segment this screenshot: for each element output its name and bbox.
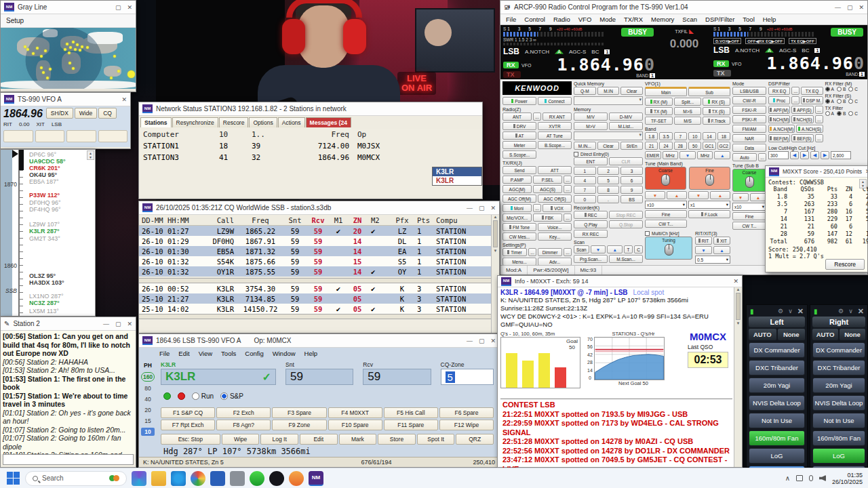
panel-button[interactable]: Q.Play — [574, 220, 608, 228]
panel-button[interactable]: Power — [502, 97, 536, 105]
dx-spot[interactable]: LX1NO 287° — [29, 293, 64, 300]
panel-button[interactable]: Meter — [502, 141, 536, 149]
panel-button[interactable]: RX (M) — [645, 98, 673, 106]
panel-button[interactable]: AGC Off(S) — [538, 195, 572, 203]
close-icon[interactable]: ✕ — [490, 205, 496, 211]
filter-option[interactable]: A — [825, 111, 834, 116]
panel-button[interactable]: Q-M — [574, 87, 596, 95]
menu-item[interactable]: VFO — [578, 16, 592, 23]
panel-button[interactable]: F4 M0XXT — [328, 407, 382, 418]
band-indicator[interactable]: 20 — [141, 406, 155, 414]
panel-button[interactable]: F6 Spare — [439, 407, 494, 418]
printer-icon[interactable] — [230, 471, 245, 486]
antenna-button[interactable]: 160m/80m Fan — [749, 430, 805, 446]
column-header[interactable]: DD-MM HH:MM — [139, 215, 197, 225]
dx-spot[interactable]: DF0HQ 96° — [29, 199, 61, 206]
leaf-app-icon[interactable] — [250, 471, 264, 486]
sub-coarse-tuning-mouse[interactable]: Coarse — [732, 169, 766, 192]
dx-spot[interactable]: P33W 112° — [29, 192, 60, 199]
panel-button[interactable]: PSK/-R — [732, 115, 766, 123]
minimize-icon[interactable]: — — [467, 205, 473, 211]
antenna-button[interactable]: LoG — [749, 448, 805, 464]
panel-button[interactable]: Proc — [768, 96, 790, 104]
auto-button[interactable]: AUTO — [812, 329, 838, 340]
panel-button[interactable]: ▲ — [710, 191, 730, 199]
panel-button[interactable]: GC1 — [703, 142, 715, 150]
panel-button[interactable]: ▼ — [732, 193, 749, 201]
dx-spot[interactable]: NC3Z 287° — [29, 300, 60, 306]
chevron-down-icon[interactable]: ∨ — [848, 308, 853, 314]
zone-field[interactable]: 5 — [441, 369, 494, 385]
panel-button[interactable]: 5 — [597, 176, 620, 184]
panel-button[interactable]: ... — [815, 115, 823, 123]
qso-history-row[interactable]: 25-10 14:02K3LR14150.725959✔05✔K3STATION — [139, 304, 491, 314]
dx-spot[interactable]: DF4HQ 96° — [29, 206, 61, 213]
panel-button[interactable]: Main — [645, 87, 687, 96]
column-header[interactable]: Pfx — [390, 215, 414, 225]
station-row[interactable]: STATION341321864.96M0MCX — [139, 152, 482, 163]
panel-button[interactable]: ... — [528, 248, 536, 256]
close-icon[interactable]: ✕ — [865, 168, 867, 175]
panel-button[interactable]: REC — [574, 211, 608, 219]
panel-button[interactable]: M/S — [674, 117, 702, 125]
maximize-icon[interactable]: ▢ — [847, 4, 853, 11]
auto-button[interactable]: AUTO — [749, 329, 776, 340]
panel-button[interactable]: CW/-R — [732, 96, 766, 104]
panel-button[interactable]: AGC Off(M) — [502, 195, 536, 203]
qso-row[interactable]: 26-10 01:32OY1R1875.55595914✔OY1STATION — [139, 266, 491, 277]
qso-row[interactable]: 26-10 01:30EB5A1871.32595914EA1STATION — [139, 246, 491, 256]
panel-button[interactable]: Fine — [732, 212, 766, 220]
panel-button[interactable]: Mark — [339, 434, 377, 445]
filter-option[interactable]: B — [837, 99, 846, 104]
antenna-button[interactable]: NVIS Delta Loop — [749, 395, 805, 411]
log-titlebar[interactable]: NM 26/10/2025 01:35:21Z CQ WorldWide SSB… — [139, 201, 499, 215]
panel-button[interactable]: ... — [758, 153, 766, 161]
band-indicator[interactable]: 160 — [141, 372, 155, 382]
bandmap-spinner[interactable]: ▲▼ — [87, 150, 94, 160]
antenna-button[interactable]: DX Commander — [749, 342, 805, 358]
qso-row[interactable]: 26-10 01:27LZ9W1865.225959✔20✔LZ1STATION — [139, 226, 491, 236]
panel-button[interactable]: BEF(M) — [768, 134, 790, 142]
panel-button[interactable]: 3 — [620, 167, 643, 175]
low-cut-up[interactable]: ▶ — [800, 151, 809, 159]
panel-button[interactable]: 9 — [620, 186, 643, 194]
column-header[interactable]: Op — [353, 129, 408, 140]
panel-button[interactable]: CW T... — [645, 220, 687, 228]
column-header[interactable]: Compu — [433, 215, 491, 225]
panel-button[interactable]: MHz — [697, 151, 713, 159]
qso-row[interactable]: 26-10 01:32S54K1875.66595915S51STATION — [139, 256, 491, 266]
dx-spot[interactable]: LX5M 113° — [29, 308, 59, 314]
panel-button[interactable]: TX EQ — [801, 87, 823, 95]
panel-button[interactable]: F.Lock — [688, 210, 730, 218]
x1-select[interactable]: x1▾ — [688, 201, 730, 209]
panel-button[interactable]: Clear — [597, 142, 620, 150]
h-scrollbar-bottom[interactable] — [139, 314, 491, 319]
close-icon[interactable]: ✕ — [859, 4, 864, 11]
self-spot[interactable]: CONTEST LSB — [502, 401, 730, 410]
copilot-icon[interactable] — [132, 471, 146, 486]
close-icon[interactable]: ✕ — [127, 321, 132, 327]
panel-button[interactable]: F7 Rpt Exch — [161, 420, 215, 430]
panel-button[interactable]: F11 Spare — [384, 420, 438, 430]
band-indicator[interactable]: 15 — [141, 417, 155, 425]
rcv-field[interactable]: 59 — [363, 369, 431, 385]
panel-button[interactable]: CQ — [98, 108, 117, 119]
menu-item[interactable]: View — [199, 350, 212, 357]
qso-history-row[interactable]: 26-10 00:52K3LR3754.305959✔05✔K3STATION — [139, 283, 491, 293]
panel-button[interactable]: Edit — [300, 434, 338, 445]
multich-tuning-mouse[interactable]: Tuning — [645, 237, 692, 260]
qso-history-row[interactable]: 25-10 21:27K3LR7134.85595905K3STATION — [139, 293, 491, 304]
panel-button[interactable]: F3 Spare — [272, 407, 326, 418]
minimize-icon[interactable]: — — [467, 338, 473, 344]
panel-button[interactable]: VOX — [542, 204, 572, 212]
display-icon[interactable] — [796, 475, 803, 481]
panel-button[interactable]: M.List... — [609, 122, 643, 130]
panel-button[interactable]: ... — [791, 96, 800, 104]
menu-item[interactable]: File — [159, 350, 170, 357]
panel-button[interactable]: F2 Exch — [216, 407, 271, 418]
antenna-button[interactable]: NVIS Delta Loop — [812, 395, 865, 411]
gear-icon[interactable]: ⚙ — [778, 308, 783, 314]
panel-button[interactable]: FSK/-R — [732, 106, 766, 114]
memory-buttons[interactable] — [3, 130, 127, 142]
column-header[interactable]: M2 — [368, 215, 390, 225]
